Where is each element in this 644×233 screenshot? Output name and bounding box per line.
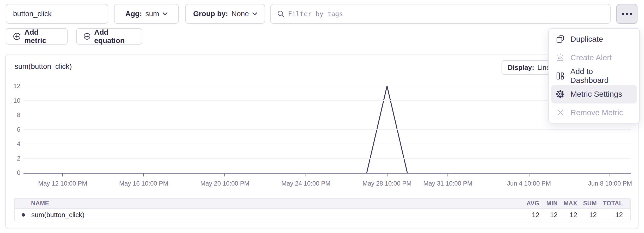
ellipsis-icon — [622, 13, 624, 15]
duplicate-icon — [556, 35, 565, 43]
menu-item-label: Duplicate — [570, 35, 603, 44]
cell-sum: 12 — [577, 211, 597, 219]
add-metric-button[interactable]: Add metric — [6, 28, 68, 45]
row-name: sum(button_click) — [31, 211, 85, 219]
x-axis-label: May 12 10:00 PM — [38, 180, 87, 187]
dashboard-icon — [556, 72, 565, 80]
more-options-button[interactable] — [616, 4, 637, 24]
add-metric-label: Add metric — [24, 28, 60, 45]
y-axis-label: 0 — [7, 169, 20, 176]
x-axis-tick — [62, 174, 63, 176]
y-axis-label: 8 — [7, 111, 20, 119]
add-equation-label: Add equation — [94, 28, 135, 45]
col-max: MAX — [558, 200, 577, 207]
agg-label: Agg: — [125, 10, 142, 18]
x-axis-tick — [224, 174, 225, 176]
menu-item-add-to-dashboard[interactable]: Add to Dashboard — [549, 67, 639, 85]
chart-card: sum(button_click) Display: Line 02468101… — [5, 54, 639, 229]
chevron-down-icon — [252, 12, 257, 15]
y-axis-label: 10 — [7, 97, 20, 104]
col-sum: SUM — [577, 200, 597, 207]
gridline — [23, 158, 631, 159]
chevron-down-icon — [163, 12, 168, 15]
table-row[interactable]: sum(button_click) 12 12 12 12 12 — [15, 209, 630, 221]
gear-icon — [556, 90, 565, 99]
x-axis-label: Jun 4 10:00 PM — [507, 180, 551, 187]
col-avg: AVG — [516, 200, 539, 207]
gridline — [23, 129, 631, 130]
x-axis-tick — [529, 174, 529, 176]
filter-tags-field[interactable] — [270, 4, 611, 24]
y-axis-label: 4 — [7, 140, 20, 148]
cell-total: 12 — [597, 211, 623, 219]
x-axis-label: May 20 10:00 PM — [200, 180, 249, 187]
filter-tags-input[interactable] — [288, 10, 604, 18]
search-icon — [277, 10, 284, 17]
x-axis-tick — [306, 174, 306, 176]
gridline — [23, 144, 631, 144]
menu-item-label: Metric Settings — [570, 90, 622, 99]
x-axis-tick — [448, 174, 448, 176]
add-equation-button[interactable]: Add equation — [76, 28, 142, 45]
x-axis-tick — [610, 174, 610, 176]
menu-item-remove-metric[interactable]: Remove Metric — [549, 103, 639, 122]
group-by-label: Group by: — [193, 10, 228, 18]
metric-name-field[interactable] — [6, 4, 108, 24]
gridline — [23, 86, 631, 86]
metric-name-input[interactable] — [6, 10, 108, 18]
menu-item-label: Remove Metric — [570, 108, 623, 117]
series-color-dot — [22, 213, 25, 217]
group-by-dropdown[interactable]: Group by: None — [185, 4, 265, 24]
gridline — [23, 115, 631, 115]
y-axis-label: 12 — [7, 82, 20, 90]
y-axis-label: 6 — [7, 126, 20, 133]
x-axis-tick — [387, 174, 387, 176]
menu-item-duplicate[interactable]: Duplicate — [549, 30, 639, 48]
metrics-explorer: Agg: sum Group by: None Add metric — [0, 0, 644, 233]
x-axis-label: Jun 8 10:00 PM — [588, 180, 632, 187]
col-total: TOTAL — [597, 200, 623, 207]
context-menu: Duplicate Create Alert Ad — [548, 28, 640, 124]
menu-item-create-alert[interactable]: Create Alert — [549, 48, 639, 66]
x-axis-label: May 24 10:00 PM — [281, 180, 330, 187]
cell-min: 12 — [539, 211, 558, 219]
gridline — [23, 100, 631, 101]
agg-dropdown[interactable]: Agg: sum — [114, 4, 179, 24]
x-axis-tick — [143, 174, 144, 176]
cell-max: 12 — [558, 211, 577, 219]
plus-circle-icon — [13, 32, 21, 40]
close-icon — [556, 109, 565, 116]
menu-item-label: Create Alert — [570, 53, 612, 62]
menu-item-metric-settings[interactable]: Metric Settings — [551, 85, 637, 103]
alert-icon — [556, 53, 565, 62]
x-axis-label: May 31 10:00 PM — [423, 180, 472, 187]
x-axis-line — [23, 173, 631, 174]
summary-table: NAME AVG MIN MAX SUM TOTAL sum(button_cl… — [14, 198, 631, 221]
cell-avg: 12 — [516, 211, 539, 219]
col-min: MIN — [539, 200, 558, 207]
x-axis-label: May 28 10:00 PM — [362, 180, 412, 187]
y-axis-label: 2 — [7, 155, 20, 162]
plus-circle-icon — [84, 32, 91, 40]
table-header: NAME AVG MIN MAX SUM TOTAL — [15, 199, 630, 209]
menu-item-label: Add to Dashboard — [570, 67, 633, 85]
agg-value: sum — [145, 10, 159, 18]
x-axis-label: May 16 10:00 PM — [119, 180, 168, 187]
group-by-value: None — [231, 10, 249, 18]
col-name: NAME — [15, 200, 516, 207]
